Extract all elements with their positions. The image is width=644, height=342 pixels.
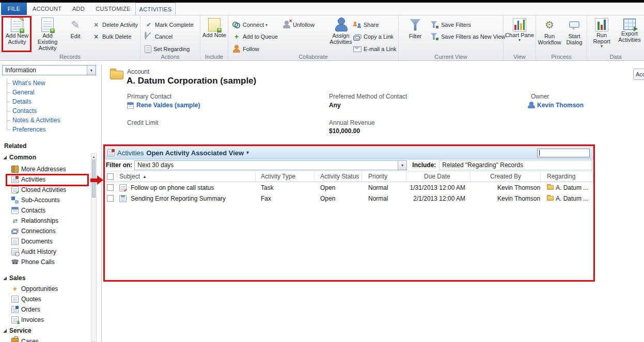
opportunities-icon: ★ [11, 285, 19, 292]
follow-button[interactable]: Follow [232, 44, 259, 54]
view-selector[interactable]: Open Activity Associated View ▼ [146, 149, 250, 157]
chart-pane-button[interactable]: Chart Pane ▾ [505, 17, 534, 54]
unfollow-button[interactable]: × Unfollow [282, 20, 315, 30]
sidebar-item-closed-activities[interactable]: Closed Activities [11, 185, 89, 195]
row-checkbox[interactable] [107, 195, 114, 202]
export-activities-button[interactable]: Export Activities [616, 17, 643, 54]
edit-button[interactable]: ✎ Edit [64, 17, 87, 54]
primary-contact-link[interactable]: Rene Valdes (sample) [136, 102, 200, 109]
item-label: Cases [21, 338, 39, 342]
add-note-button[interactable]: + Add Note [202, 17, 226, 54]
edit-icon: ✎ [68, 18, 83, 32]
activity-row[interactable]: Sending Error Reporting Summary Fax Open… [105, 193, 593, 204]
scroll-up-icon[interactable]: ▲ [91, 154, 96, 160]
column-header-activity-status[interactable]: Activity Status [315, 171, 362, 182]
sidebar-item-details[interactable]: Details [4, 97, 92, 106]
sidebar-item-contacts-section[interactable]: Contacts [4, 106, 92, 116]
sidebar-group-common[interactable]: Common [3, 154, 36, 161]
button-label: Assign Activities [326, 32, 355, 45]
include-value: Related "Regarding" Records [442, 161, 523, 169]
unfollow-icon: × [282, 21, 291, 29]
sidebar-item-quotes[interactable]: Quotes [11, 294, 89, 304]
sidebar-item-documents[interactable]: Documents [11, 236, 89, 247]
sidebar-group-service[interactable]: Service [3, 327, 32, 334]
set-regarding-icon [145, 45, 151, 53]
column-header-created-by[interactable]: Created By [470, 171, 541, 182]
row-checkbox[interactable] [107, 184, 114, 191]
tab-file[interactable]: FILE [1, 3, 27, 15]
created-by-cell: Kevin Thomson [470, 193, 541, 204]
collapsed-right-panel-tab[interactable]: Acc [633, 69, 644, 80]
run-workflow-button[interactable]: ⚙ Run Workflow [537, 17, 562, 54]
tab-add[interactable]: ADD [67, 3, 90, 15]
column-header-due-date[interactable]: Due Date [406, 171, 470, 182]
set-regarding-button[interactable]: Set Regarding [145, 44, 190, 54]
row-type-icon-cell [117, 193, 129, 204]
sidebar-item-contacts[interactable]: Contacts [11, 205, 89, 216]
sidebar-item-opportunities[interactable]: ★ Opportunities [11, 284, 89, 294]
add-existing-activity-button[interactable]: + Add Existing Activity [33, 17, 62, 54]
annotation-arrow-head [97, 175, 103, 185]
cancel-button[interactable]: Cancel [145, 31, 172, 42]
chevron-down-icon[interactable]: ▼ [398, 161, 406, 170]
filter-button[interactable]: Filter [403, 17, 428, 54]
delete-activity-button[interactable]: × Delete Activity [92, 20, 138, 30]
add-to-queue-button[interactable]: + Add to Queue [232, 31, 278, 42]
add-new-activity-button[interactable]: ✎+ Add New Activity [3, 17, 32, 54]
sidebar-item-phone-calls[interactable]: ☎ Phone Calls [11, 257, 89, 267]
save-filters-as-new-view-button[interactable]: Save Filters as New View [431, 31, 506, 42]
column-header-regarding[interactable]: Regarding [541, 171, 593, 182]
sidebar-item-invoices[interactable]: Invoices [11, 315, 89, 325]
grid-search-input[interactable] [537, 149, 590, 157]
include-field[interactable]: Related "Regarding" Records [439, 160, 592, 170]
start-dialog-button[interactable]: Start Dialog [562, 17, 587, 54]
sidebar-item-whats-new[interactable]: What's New [4, 78, 92, 88]
email-link-button[interactable]: E-mail a Link [353, 44, 397, 54]
sidebar-item-audit-history[interactable]: Audit History [11, 247, 89, 257]
sidebar-item-preferences[interactable]: Preferences [4, 125, 92, 134]
contacts-icon [11, 207, 19, 214]
button-label: Mark Complete [155, 22, 194, 28]
tab-activities[interactable]: ACTIVITIES [135, 3, 176, 15]
sidebar-item-notes-activities[interactable]: Notes & Activities [4, 116, 92, 125]
filter-dropdown[interactable]: Next 30 days ▼ [134, 160, 407, 170]
copy-link-button[interactable]: Copy a Link [353, 31, 394, 42]
save-filters-button[interactable]: Save Filters [431, 20, 471, 30]
sidebar-item-connections[interactable]: Connections [11, 226, 89, 236]
form-selector[interactable]: Information ▼ [2, 65, 96, 75]
bulk-delete-button[interactable]: × Bulk Delete [92, 31, 131, 42]
activity-status-cell: Open [315, 182, 362, 193]
column-header-priority[interactable]: Priority [362, 171, 406, 182]
preferred-method-value: Any [329, 102, 341, 109]
tab-account[interactable]: ACCOUNT [29, 3, 65, 15]
assign-activities-button[interactable]: Assign Activities [326, 17, 355, 54]
regarding-cell: A. Datum ... [541, 193, 593, 204]
mark-complete-button[interactable]: ✔ Mark Complete [145, 20, 194, 30]
column-header-activity-type[interactable]: Activity Type [256, 171, 315, 182]
sidebar-item-orders[interactable]: Orders [11, 304, 89, 315]
sidebar-item-more-addresses[interactable]: More Addresses [11, 164, 89, 174]
copy-link-icon [353, 32, 362, 41]
owner-link[interactable]: Kevin Thomson [537, 102, 584, 109]
select-all-checkbox[interactable] [107, 173, 114, 180]
sidebar-item-relationships[interactable]: ⇄ Relationships [11, 216, 89, 226]
column-header-subject[interactable]: Subject ▲ [117, 171, 256, 182]
connect-button[interactable]: Connect ▾ [232, 20, 268, 30]
sidebar-item-activities[interactable]: Activities [11, 174, 89, 185]
activity-row[interactable]: Follow up on phone call status Task Open… [105, 182, 593, 193]
grid-filter-row: Filter on: Next 30 days ▼ Include: Relat… [105, 159, 593, 171]
add-existing-activity-icon: + [41, 18, 54, 32]
sidebar-item-general[interactable]: General [4, 88, 92, 97]
chevron-down-icon[interactable]: ▼ [87, 66, 96, 75]
due-date-cell: 2/1/2013 12:00 AM [406, 193, 470, 204]
run-report-button[interactable]: Run Report ▾ [588, 17, 615, 54]
button-label: Save Filters [441, 22, 471, 28]
grid-entity-label: Activities [117, 149, 144, 157]
item-label: Contacts [21, 207, 45, 214]
sidebar-item-sub-accounts[interactable]: Sub-Accounts [11, 195, 89, 205]
sidebar-item-cases[interactable]: Cases [11, 336, 89, 342]
share-button[interactable]: Share [353, 20, 379, 30]
sidebar-group-sales[interactable]: Sales [3, 274, 25, 282]
tab-customize[interactable]: CUSTOMIZE [92, 3, 134, 15]
item-label: Documents [21, 238, 53, 245]
